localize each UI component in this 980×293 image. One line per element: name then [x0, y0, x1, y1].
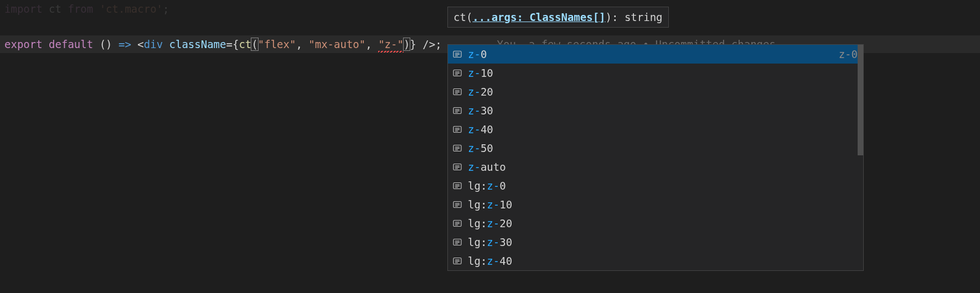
enum-member-icon: [451, 49, 463, 59]
suggest-item[interactable]: z-30: [448, 101, 863, 120]
suggest-item-detail: z-0: [839, 46, 860, 62]
enum-member-icon: [451, 256, 463, 266]
suggest-item-label: z-30: [468, 103, 860, 118]
enum-member-icon: [451, 218, 463, 228]
signature-help-popup: ct(...args: ClassNames[]): string: [447, 7, 669, 28]
enum-member-icon: [451, 200, 463, 210]
suggest-item[interactable]: z-0z-0: [448, 45, 863, 64]
suggest-item-label: lg:z-30: [468, 234, 860, 250]
enum-member-icon: [451, 162, 463, 172]
suggest-scrollbar-thumb[interactable]: [858, 45, 863, 155]
suggest-item[interactable]: lg:z-10: [448, 195, 863, 214]
autocomplete-popup[interactable]: z-0z-0z-10z-20z-30z-40z-50z-autolg:z-0lg…: [447, 44, 864, 271]
enum-member-icon: [451, 181, 463, 191]
signature-active-param: ...args: ClassNames[]: [472, 11, 605, 23]
enum-member-icon: [451, 124, 463, 134]
suggest-item-label: lg:z-20: [468, 216, 860, 231]
suggest-item[interactable]: z-50: [448, 139, 863, 158]
suggest-item[interactable]: lg:z-0: [448, 176, 863, 195]
suggest-item-label: z-50: [468, 140, 860, 156]
suggest-item[interactable]: lg:z-30: [448, 233, 863, 252]
enum-member-icon: [451, 87, 463, 97]
suggest-item[interactable]: z-auto: [448, 158, 863, 176]
suggest-item-label: z-40: [468, 122, 860, 137]
enum-member-icon: [451, 237, 463, 247]
suggest-scrollbar[interactable]: [858, 45, 863, 270]
suggest-item-label: z-10: [468, 65, 860, 81]
enum-member-icon: [451, 68, 463, 78]
suggest-item[interactable]: z-20: [448, 82, 863, 101]
suggest-item-label: lg:z-0: [468, 178, 860, 193]
enum-member-icon: [451, 143, 463, 153]
suggest-item[interactable]: z-40: [448, 120, 863, 139]
suggest-item-label: lg:z-40: [468, 253, 860, 269]
suggest-item-label: z-auto: [468, 159, 860, 175]
suggest-item-label: lg:z-10: [468, 197, 860, 212]
suggest-item-label: z-20: [468, 84, 860, 100]
suggest-item[interactable]: lg:z-40: [448, 252, 863, 270]
suggest-item[interactable]: lg:z-20: [448, 214, 863, 233]
suggest-item-label: z-0: [468, 46, 839, 62]
enum-member-icon: [451, 106, 463, 116]
suggest-item[interactable]: z-10: [448, 64, 863, 82]
